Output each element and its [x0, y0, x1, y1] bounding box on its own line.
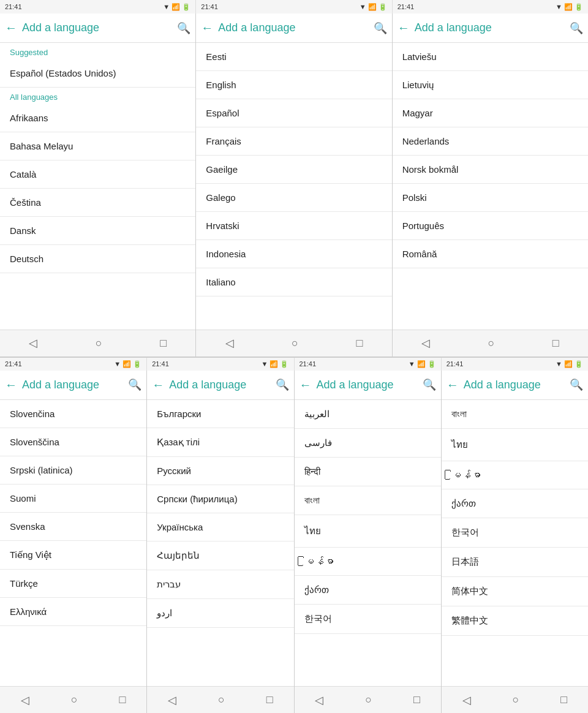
list-item[interactable]: ქართ	[442, 489, 588, 518]
list-item[interactable]: Nederlands	[393, 127, 588, 156]
list-item[interactable]: Polski	[393, 184, 588, 212]
list-item[interactable]: Українська	[147, 513, 293, 541]
list-item[interactable]: Bahasa Melayu	[0, 132, 195, 160]
list-item[interactable]: ไทย	[295, 515, 441, 548]
nav-home-3[interactable]: ○	[478, 332, 504, 355]
nav-recents-2[interactable]: □	[346, 332, 372, 355]
list-item[interactable]: Español (Estados Unidos)	[0, 59, 195, 88]
list-item[interactable]: বাংলা	[442, 400, 588, 429]
list-item[interactable]: Dansk	[0, 217, 195, 245]
list-item[interactable]: العربية	[295, 400, 441, 429]
bottom-search-1[interactable]: 🔍	[128, 378, 141, 391]
bottom-back-1[interactable]: ←	[5, 378, 17, 392]
list-item[interactable]: English	[196, 71, 391, 99]
bottom-panel-4: ← Add a language 🔍 বাংলা ไทย မြန်မာ ქართ…	[442, 371, 588, 714]
list-item[interactable]: বাংলা	[295, 486, 441, 515]
list-item[interactable]: Lietuvių	[393, 71, 588, 99]
nav-back-3[interactable]: ◁	[412, 331, 440, 355]
status-icons-3: ▼ 📶 🔋	[556, 3, 583, 11]
nav-home-b3[interactable]: ○	[355, 688, 382, 711]
list-item[interactable]: Հայերեն	[147, 541, 293, 570]
list-item[interactable]: Ελληνικά	[0, 598, 146, 626]
nav-back-b1[interactable]: ◁	[11, 688, 39, 712]
search-button-2[interactable]: 🔍	[374, 21, 387, 35]
list-item[interactable]: Română	[393, 240, 588, 268]
nav-back-1[interactable]: ◁	[19, 331, 47, 355]
list-item[interactable]: ไทย	[442, 429, 588, 461]
list-item[interactable]: Norsk bokmål	[393, 156, 588, 184]
list-item[interactable]: Galego	[196, 184, 391, 212]
list-item[interactable]: اردو	[147, 599, 293, 628]
list-item[interactable]: Indonesia	[196, 240, 391, 268]
bottom-back-2[interactable]: ←	[152, 378, 164, 392]
list-item[interactable]: Italiano	[196, 268, 391, 296]
bottom-nav-1: ◁ ○ □	[0, 686, 146, 713]
nav-home-b2[interactable]: ○	[208, 688, 235, 711]
list-item[interactable]: Tiếng Việt	[0, 541, 146, 570]
back-button-1[interactable]: ←	[5, 21, 17, 35]
nav-home-2[interactable]: ○	[282, 332, 308, 355]
list-item[interactable]: Svenska	[0, 513, 146, 541]
list-item[interactable]: Русский	[147, 457, 293, 485]
list-item[interactable]: Gaeilge	[196, 156, 391, 184]
bottom-search-3[interactable]: 🔍	[423, 378, 436, 391]
nav-recents-1[interactable]: □	[150, 332, 176, 355]
list-item[interactable]: ქართ	[295, 576, 441, 605]
list-item[interactable]: Español	[196, 99, 391, 127]
list-item[interactable]: Latviešu	[393, 43, 588, 71]
nav-recents-b3[interactable]: □	[404, 688, 430, 711]
bottom-back-3[interactable]: ←	[300, 378, 312, 392]
list-item[interactable]: Türkçe	[0, 570, 146, 598]
list-item[interactable]: Afrikaans	[0, 104, 195, 132]
list-item[interactable]: Slovenščina	[0, 428, 146, 456]
bottom-search-2[interactable]: 🔍	[276, 378, 289, 391]
bottom-title-1: Add a language	[22, 379, 128, 391]
list-item[interactable]: မြန်မာ	[442, 461, 588, 489]
list-item[interactable]: Hrvatski	[196, 212, 391, 240]
list-item[interactable]: Magyar	[393, 99, 588, 127]
nav-back-b4[interactable]: ◁	[453, 688, 481, 712]
nav-recents-3[interactable]: □	[543, 332, 569, 355]
list-item[interactable]: हिन्दी	[295, 458, 441, 486]
list-item[interactable]: Eesti	[196, 43, 391, 71]
list-item[interactable]: Български	[147, 400, 293, 428]
list-item[interactable]: עברית	[147, 570, 293, 599]
search-button-1[interactable]: 🔍	[177, 21, 190, 35]
nav-recents-b1[interactable]: □	[109, 688, 135, 711]
nav-home-b4[interactable]: ○	[502, 688, 529, 711]
nav-home-1[interactable]: ○	[86, 332, 112, 355]
list-item[interactable]: Deutsch	[0, 245, 195, 273]
list-item[interactable]: 简体中文	[442, 577, 588, 606]
back-button-2[interactable]: ←	[201, 21, 213, 35]
nav-back-b3[interactable]: ◁	[305, 688, 333, 712]
list-item[interactable]: 한국어	[442, 518, 588, 548]
bottom-status-4: 21:41 ▼ 📶 🔋	[442, 358, 588, 371]
list-item[interactable]: Қазақ тілі	[147, 428, 293, 457]
list-item[interactable]: Suomi	[0, 485, 146, 513]
nav-home-b1[interactable]: ○	[61, 688, 88, 711]
back-button-3[interactable]: ←	[398, 21, 410, 35]
nav-recents-b4[interactable]: □	[551, 688, 577, 711]
bottom-back-4[interactable]: ←	[447, 378, 459, 392]
nav-bar-2: ◁ ○ □	[196, 330, 391, 356]
list-item[interactable]: Français	[196, 127, 391, 156]
list-item[interactable]: မြန်မာ	[295, 548, 441, 576]
panel-3-title: Add a language	[415, 21, 570, 34]
nav-back-b2[interactable]: ◁	[158, 688, 186, 712]
list-item[interactable]: 日本語	[442, 548, 588, 577]
nav-back-2[interactable]: ◁	[216, 331, 244, 355]
list-item[interactable]: 한국어	[295, 605, 441, 634]
nav-recents-b2[interactable]: □	[257, 688, 283, 711]
bottom-title-3: Add a language	[317, 379, 423, 391]
list-item[interactable]: Српски (ћирилица)	[147, 485, 293, 513]
list-item[interactable]: Català	[0, 160, 195, 189]
search-button-3[interactable]: 🔍	[570, 21, 583, 35]
list-item[interactable]: Slovenčina	[0, 400, 146, 428]
nav-bar-3: ◁ ○ □	[393, 330, 588, 356]
bottom-search-4[interactable]: 🔍	[570, 378, 583, 391]
list-item[interactable]: 繁體中文	[442, 606, 588, 636]
list-item[interactable]: Português	[393, 212, 588, 240]
list-item[interactable]: Srpski (latinica)	[0, 456, 146, 485]
list-item[interactable]: فارسی	[295, 429, 441, 458]
list-item[interactable]: Čeština	[0, 189, 195, 217]
